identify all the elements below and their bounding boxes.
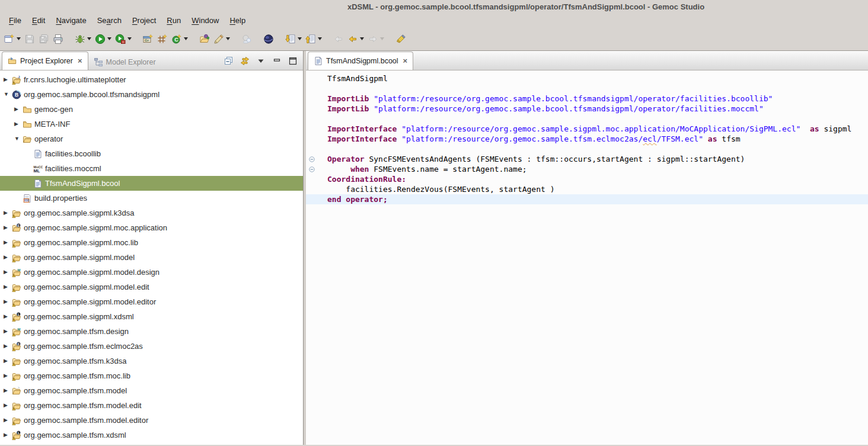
dropdown-arrow-icon[interactable] — [127, 37, 132, 40]
next-annotation-button[interactable] — [283, 31, 304, 47]
expander-collapsed-icon[interactable]: ▶ — [4, 373, 12, 378]
close-tab-icon[interactable]: × — [78, 58, 82, 64]
expander-collapsed-icon[interactable]: ▶ — [4, 432, 12, 438]
expander-collapsed-icon[interactable]: ▶ — [4, 284, 12, 290]
expander-collapsed-icon[interactable]: ▶ — [4, 240, 12, 245]
expander-collapsed-icon[interactable]: ▶ — [4, 388, 12, 393]
tree-item[interactable]: ▶Morg.gemoc.sample.sigpml.model.design — [0, 265, 303, 280]
dropdown-arrow-icon[interactable] — [360, 37, 364, 40]
new-project-button[interactable]: Gr — [141, 31, 155, 47]
dropdown-arrow-icon[interactable] — [298, 37, 302, 40]
tree-item[interactable]: ▶org.gemoc.sample.sigpml.model.editor — [0, 294, 303, 309]
tree-item[interactable]: ▶org.gemoc.sample.sigpml.moc.lib — [0, 235, 303, 250]
tree-item[interactable]: ▶org.gemoc.sample.sigpml.k3dsa — [0, 206, 303, 220]
expander-collapsed-icon[interactable]: ▶ — [4, 299, 12, 304]
tree-item[interactable]: ▶org.gemoc.sample.tfsm.model — [0, 383, 303, 398]
tree-item[interactable]: ▶org.gemoc.sample.sigpml.model.edit — [0, 280, 303, 294]
tree-item[interactable]: ▶Lorg.gemoc.sample.sigpml.xdsml — [0, 309, 303, 324]
dropdown-arrow-icon[interactable] — [107, 37, 111, 40]
new-wizard-button[interactable] — [2, 31, 23, 47]
code-line: when FSMEvents.name = startAgent.name; — [306, 164, 868, 174]
tree-item[interactable]: ▶org.gemoc.sample.tfsm.k3dsa — [0, 354, 303, 368]
debug-button[interactable] — [73, 31, 93, 47]
tree-item[interactable]: ▶org.gemoc.sample.tfsm.moc.lib — [0, 368, 303, 383]
run-history-button[interactable] — [113, 31, 133, 47]
tree-item[interactable]: ▶org.gemoc.sample.tfsm.model.editor — [0, 413, 303, 428]
code-editor[interactable]: TfsmAndSigpmlImportLib "platform:/resour… — [306, 70, 868, 445]
svg-text:M: M — [18, 327, 21, 331]
tab-model-explorer[interactable]: Model Explorer — [88, 54, 161, 70]
dropdown-arrow-icon[interactable] — [87, 37, 91, 40]
maximize-button[interactable] — [288, 56, 298, 66]
expander-collapsed-icon[interactable]: ▶ — [4, 344, 12, 349]
import-model-button[interactable] — [197, 31, 212, 47]
expander-collapsed-icon[interactable]: ▶ — [4, 418, 12, 423]
link-with-editor-button[interactable] — [240, 56, 250, 66]
tree-item[interactable]: MoCCMLfacilities.moccml — [0, 161, 303, 176]
expander-expanded-icon[interactable]: ▼ — [4, 92, 12, 97]
back-button — [331, 31, 346, 47]
tree-item-label: org.gemoc.sample.sigpml.model.editor — [24, 297, 156, 306]
expander-collapsed-icon[interactable]: ▶ — [14, 121, 23, 127]
run-button[interactable] — [93, 31, 113, 47]
tree-item[interactable]: ▶Jfr.cnrs.luchogie.ultimateplotter — [0, 72, 303, 87]
expander-collapsed-icon[interactable]: ▶ — [4, 403, 12, 408]
expander-collapsed-icon[interactable]: ▶ — [4, 329, 12, 334]
expander-collapsed-icon[interactable]: ▶ — [4, 225, 12, 230]
fold-collapse-icon[interactable] — [306, 154, 327, 164]
tree-item[interactable]: ▼Borg.gemoc.sample.bcool.tfsmandsigpml — [0, 87, 303, 102]
expander-collapsed-icon[interactable]: ▶ — [4, 314, 12, 319]
annotate-brush-button[interactable] — [212, 31, 232, 47]
menu-navigate[interactable]: Navigate — [50, 14, 91, 27]
menu-file[interactable]: File — [4, 14, 27, 27]
tab-project-explorer[interactable]: Project Explorer × — [2, 52, 88, 70]
expander-collapsed-icon[interactable]: ▶ — [4, 210, 12, 216]
titlebar[interactable]: xDSML - org.gemoc.sample.bcool.tfsmandsi… — [0, 0, 868, 13]
expander-collapsed-icon[interactable]: ▶ — [4, 77, 12, 82]
run-icon — [95, 34, 106, 44]
dropdown-arrow-icon[interactable] — [17, 37, 21, 40]
tree-item[interactable]: ▼operator — [0, 131, 303, 146]
tab-label: Project Explorer — [20, 57, 73, 65]
menu-edit[interactable]: Edit — [27, 14, 50, 27]
menu-search[interactable]: Search — [92, 14, 127, 27]
tab-label: Model Explorer — [106, 58, 156, 66]
expander-collapsed-icon[interactable]: ▶ — [4, 255, 12, 260]
expander-collapsed-icon[interactable]: ▶ — [14, 107, 23, 112]
dropdown-arrow-icon[interactable] — [318, 37, 322, 40]
highlight-marker-button[interactable] — [394, 31, 408, 47]
tree-item[interactable]: 010build.properties — [0, 191, 303, 206]
menu-help[interactable]: Help — [224, 14, 251, 27]
new-package-button[interactable] — [155, 31, 170, 47]
expander-collapsed-icon[interactable]: ▶ — [4, 269, 12, 275]
tree-item[interactable]: ▶org.gemoc.sample.sigpml.model — [0, 250, 303, 265]
tab-label: TfsmAndSigpml.bcool — [326, 57, 398, 65]
tree-item[interactable]: ▶Eorg.gemoc.sample.sigpml.moc.applicatio… — [0, 220, 303, 235]
previous-annotation-button[interactable] — [304, 31, 324, 47]
tree-item[interactable]: ▶Lorg.gemoc.sample.tfsm.xdsml — [0, 428, 303, 442]
tree-item[interactable]: ▶Eorg.gemoc.sample.tfsm.eclmoc2as — [0, 339, 303, 354]
dropdown-arrow-icon[interactable] — [184, 37, 188, 40]
open-web-browser-button[interactable] — [261, 31, 276, 47]
collapse-all-button[interactable] — [224, 56, 234, 66]
view-menu-button[interactable] — [256, 56, 266, 66]
last-edit-location-button[interactable] — [346, 31, 366, 47]
tree-item[interactable]: ▶Morg.gemoc.sample.tfsm.design — [0, 324, 303, 339]
close-tab-icon[interactable]: × — [403, 58, 408, 64]
menu-window[interactable]: Window — [186, 14, 224, 27]
fold-collapse-icon[interactable] — [306, 164, 327, 174]
menu-run[interactable]: Run — [161, 14, 186, 27]
expander-expanded-icon[interactable]: ▼ — [14, 136, 23, 142]
dropdown-arrow-icon[interactable] — [226, 37, 230, 40]
tree-item[interactable]: TfsmAndSigpml.bcool — [0, 176, 303, 191]
minimize-button[interactable] — [272, 56, 282, 66]
tab-editor-tfsmandsigpml[interactable]: TfsmAndSigpml.bcool × — [308, 52, 413, 70]
tree-item[interactable]: ▶gemoc-gen — [0, 102, 303, 117]
tree-item[interactable]: ▶META-INF — [0, 117, 303, 131]
menu-project[interactable]: Project — [127, 14, 161, 27]
tree-item[interactable]: facilities.bcoollib — [0, 146, 303, 161]
print-button[interactable] — [51, 31, 65, 47]
tree-item[interactable]: ▶org.gemoc.sample.tfsm.model.edit — [0, 398, 303, 413]
expander-collapsed-icon[interactable]: ▶ — [4, 358, 12, 364]
new-class-button[interactable]: C — [170, 31, 190, 47]
